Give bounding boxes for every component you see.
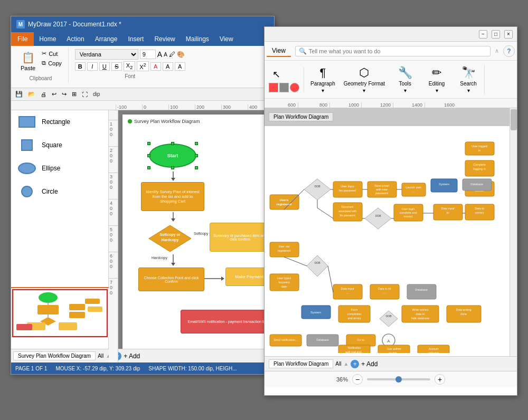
underline-button[interactable]: U	[99, 62, 110, 71]
font-controls: Verdana A A 🖊 🎨 B I U S X2 X2 A A	[75, 49, 185, 71]
italic-button[interactable]: I	[87, 62, 98, 71]
menu-review[interactable]: Review	[149, 32, 180, 46]
editing-btn[interactable]: ✏ Editing ▾	[425, 66, 448, 93]
shape-square[interactable]: Square	[11, 133, 108, 157]
menu-insert[interactable]: Insert	[122, 32, 149, 46]
menu-mailings[interactable]: Mailings	[181, 32, 214, 46]
second-bottom-tabs: Plan Workflow Diagram All ▲ + + Add	[265, 356, 517, 371]
paste-icon: 📋	[22, 51, 35, 64]
menu-home[interactable]: Home	[34, 32, 61, 46]
paste-button[interactable]: 📋 Paste	[17, 49, 39, 73]
zoom-slider[interactable]	[367, 378, 430, 380]
svg-text:associated with: associated with	[338, 209, 356, 213]
font-bg-button[interactable]: A	[175, 62, 185, 71]
handle-t[interactable]	[171, 142, 174, 145]
shape-identify[interactable]: Identify Survey Plan of interest from th…	[141, 182, 204, 211]
handle-r[interactable]	[195, 154, 198, 157]
toolbar-grid-btn[interactable]: ⊞	[70, 90, 79, 99]
second-add-tab-icon: +	[351, 360, 359, 368]
minimize-button[interactable]: −	[479, 30, 487, 39]
help-button[interactable]: ?	[503, 45, 515, 57]
highlight-button[interactable]: A	[163, 62, 173, 71]
svg-text:Document: Document	[342, 205, 354, 208]
menu-file[interactable]: File	[11, 32, 34, 46]
font-size-input[interactable]	[140, 50, 156, 59]
clipboard-group: 📋 Paste ✂ Cut ⧉ Copy Clipboard	[15, 48, 69, 82]
search-input[interactable]	[309, 48, 487, 54]
maximize-button[interactable]: □	[492, 30, 500, 39]
shape-summary[interactable]: Summary of purchased item and click conf…	[210, 223, 270, 252]
close-button[interactable]: ×	[504, 30, 513, 39]
toolbar-save-btn[interactable]: 💾	[13, 90, 25, 99]
diagram-canvas[interactable]: Survey Plan Workflow Diagram	[118, 110, 274, 362]
toolbar-select-btn[interactable]: ⛶	[80, 90, 90, 99]
toolbar-print-btn[interactable]: 🖨	[39, 90, 49, 99]
shape-rectangle[interactable]: Rectangle	[11, 110, 108, 133]
superscript-button[interactable]: X2	[137, 61, 148, 71]
page-indicator: PAGE 1 OF 1	[15, 366, 47, 371]
shape-notification[interactable]: Email/SMS notification - payment transac…	[181, 310, 274, 333]
svg-text:System: System	[310, 311, 321, 314]
second-white-canvas: Users registered OOB User Input his pass…	[265, 126, 510, 356]
zoom-slider-thumb[interactable]	[395, 376, 402, 383]
font-family-select[interactable]: Verdana	[75, 49, 138, 60]
scrollbar-thumb[interactable]	[511, 109, 517, 130]
menu-action[interactable]: Action	[61, 32, 89, 46]
font-clear-icon[interactable]: 🖊	[169, 51, 175, 58]
zoom-out-button[interactable]: −	[352, 374, 363, 385]
strikethrough-button[interactable]: S	[111, 62, 122, 71]
search-btn[interactable]: 🔭 Search ▾	[457, 66, 480, 93]
paragraph-btn[interactable]: ¶ Paragraph ▾	[310, 66, 335, 93]
bold-button[interactable]: B	[75, 62, 86, 71]
shape-choose-collection[interactable]: Choose Collection Point and click Confir…	[138, 268, 204, 291]
menu-view[interactable]: View	[214, 32, 239, 46]
subscript-button[interactable]: X2	[124, 61, 135, 71]
scrollbar-vertical[interactable]	[510, 108, 517, 356]
view-tab[interactable]: View	[267, 45, 291, 57]
start-shape-container[interactable]: Start	[149, 144, 196, 168]
second-canvas[interactable]: Plan Workflow Diagram Users registered O…	[265, 108, 517, 356]
font-shrink-icon[interactable]: A	[164, 52, 167, 58]
copy-button[interactable]: ⧉ Copy	[40, 59, 64, 68]
font-color-pick-icon[interactable]: 🎨	[177, 51, 185, 58]
svg-text:OOB: OOB	[385, 314, 392, 318]
shape-ellipse[interactable]: Ellipse	[11, 157, 108, 180]
second-all-tab[interactable]: All	[335, 361, 341, 367]
second-add-tab-button[interactable]: + + Add	[351, 360, 378, 368]
toolbar-open-btn[interactable]: 📂	[26, 90, 37, 99]
diagram-tab[interactable]: Survey Plan Workflow Diagram	[13, 351, 96, 360]
color-gray[interactable]	[279, 83, 289, 92]
color-circle-red[interactable]	[290, 83, 299, 92]
toolbar-redo-btn[interactable]: ↪	[60, 90, 69, 99]
svg-text:date: date	[281, 285, 287, 288]
svg-text:User authen: User authen	[386, 347, 401, 350]
handle-br[interactable]	[195, 166, 198, 169]
geometry-btn[interactable]: ⬡ Geometry Format ▾	[344, 66, 385, 93]
second-ribbon: View 🔍 ∧ ?	[265, 42, 517, 61]
handle-b[interactable]	[171, 166, 174, 169]
font-name-row: Verdana A A 🖊 🎨	[75, 49, 185, 60]
svg-text:registered: registered	[278, 249, 290, 252]
second-diagram-tab[interactable]: Plan Workflow Diagram	[269, 359, 333, 368]
handle-l[interactable]	[147, 154, 150, 157]
handle-tl[interactable]	[147, 142, 150, 145]
zoom-in-button[interactable]: +	[435, 374, 445, 385]
handle-tr[interactable]	[195, 142, 198, 145]
tools-btn[interactable]: 🔧 Tools ▾	[393, 66, 417, 93]
collapse-icon[interactable]: ∧	[495, 47, 499, 54]
handle-bl[interactable]	[147, 166, 150, 169]
font-color-button[interactable]: A	[150, 62, 161, 71]
svg-marker-95	[380, 311, 398, 327]
thumbnail-svg	[11, 288, 109, 337]
toolbar-undo-btn[interactable]: ↩	[50, 90, 59, 99]
font-grow-icon[interactable]: A	[157, 50, 162, 59]
color-red[interactable]	[269, 83, 278, 92]
svg-text:Incorrect: Incorrect	[278, 281, 290, 284]
diamond-svg[interactable]: Softcopy or Hardcopy	[148, 224, 192, 253]
select-tool[interactable]: ↖	[269, 67, 299, 82]
cut-button[interactable]: ✂ Cut	[40, 49, 64, 58]
svg-text:collected: collected	[428, 351, 439, 353]
menu-arrange[interactable]: Arrange	[90, 32, 123, 46]
all-tab[interactable]: All	[98, 353, 103, 359]
shape-circle[interactable]: Circle	[11, 180, 108, 203]
